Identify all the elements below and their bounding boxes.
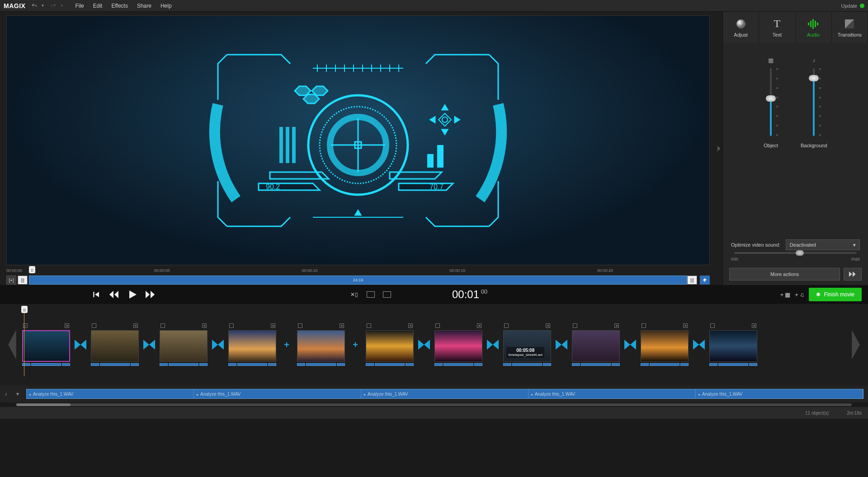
clip-remove-button[interactable]: ✕ — [202, 323, 207, 328]
clip-select-checkbox[interactable] — [504, 323, 509, 328]
clip[interactable]: ✕ — [641, 323, 689, 367]
clip-thumbnail[interactable] — [297, 330, 345, 362]
clip-remove-button[interactable]: ✕ — [65, 323, 69, 328]
undo-icon[interactable] — [30, 1, 39, 10]
clip[interactable]: ✕ — [366, 323, 414, 367]
clip-select-checkbox[interactable] — [573, 323, 577, 328]
clip-select-checkbox[interactable] — [298, 323, 302, 328]
optimize-select[interactable]: Deactivated ▾ — [786, 239, 860, 250]
cut-mode-button[interactable]: ✕▯ — [350, 291, 359, 298]
tab-audio[interactable]: Audio — [796, 12, 832, 43]
storyboard-playhead[interactable]: ||| — [21, 306, 28, 313]
transition-button[interactable]: + — [349, 329, 361, 360]
undo-dropdown-icon[interactable]: ▼ — [38, 1, 47, 10]
add-audio-button[interactable]: +♫ — [795, 291, 804, 298]
slider-knob[interactable] — [766, 95, 776, 102]
view-mode-b-button[interactable] — [383, 291, 391, 298]
timecode-display[interactable]: 00:01 00 — [452, 288, 487, 301]
tab-transitions[interactable]: Transitions — [832, 12, 868, 43]
clip-select-checkbox[interactable] — [642, 323, 646, 328]
clip-thumbnail[interactable] — [572, 330, 620, 362]
play-button[interactable] — [127, 289, 137, 300]
scroll-thumb[interactable] — [16, 403, 71, 406]
clip-thumbnail[interactable] — [434, 330, 482, 362]
clip-trim-bar[interactable] — [228, 363, 276, 367]
transition-button[interactable]: + — [281, 329, 292, 360]
clip[interactable]: ✕ — [572, 323, 620, 367]
audio-segment[interactable]: Analyze this_1.WAV — [361, 389, 528, 398]
clip-select-checkbox[interactable] — [367, 323, 371, 328]
clip-thumbnail[interactable] — [709, 330, 757, 362]
transition-button[interactable] — [418, 329, 430, 360]
time-ruler[interactable]: 00:00:00 00:00:05 00:00:10 00:00:15 00:0… — [6, 267, 710, 274]
view-mode-a-button[interactable] — [367, 291, 375, 298]
clip-trim-bar[interactable] — [503, 363, 551, 367]
clip-trim-bar[interactable] — [709, 363, 757, 367]
menu-help[interactable]: Help — [156, 3, 176, 9]
range-end-handle[interactable]: ||| — [687, 276, 697, 285]
clip[interactable]: ✕ — [160, 323, 208, 367]
clip-trim-bar[interactable] — [297, 363, 345, 367]
transition-button[interactable] — [624, 329, 636, 360]
clip-select-checkbox[interactable] — [435, 323, 440, 328]
clip-select-checkbox[interactable] — [92, 323, 96, 328]
audio-segment[interactable]: Analyze this_1.WAV — [194, 389, 361, 398]
clip-remove-button[interactable]: ✕ — [340, 323, 344, 328]
transition-button[interactable] — [693, 329, 705, 360]
redo-dropdown-icon[interactable]: ▼ — [57, 1, 66, 10]
clip[interactable]: ✕ — [709, 323, 757, 367]
chevron-down-icon[interactable]: ▾ — [16, 391, 23, 397]
tab-adjust[interactable]: Adjust — [723, 12, 759, 43]
clip[interactable]: ✕ — [228, 323, 276, 367]
clip[interactable]: ✕ — [91, 323, 139, 367]
clip-thumbnail[interactable] — [22, 330, 70, 362]
add-video-button[interactable]: +▦ — [780, 291, 791, 298]
transition-button[interactable] — [75, 329, 86, 360]
clip-trim-bar[interactable] — [572, 363, 620, 367]
forward-button[interactable] — [146, 290, 156, 299]
clip[interactable]: ✕ — [297, 323, 345, 367]
clip-remove-button[interactable]: ✕ — [133, 323, 138, 328]
clip-trim-bar[interactable] — [160, 363, 208, 367]
clip-thumbnail[interactable] — [91, 330, 139, 362]
rewind-button[interactable] — [108, 290, 118, 299]
optimize-knob[interactable] — [796, 250, 804, 256]
slider-track[interactable] — [813, 68, 815, 136]
clip-select-checkbox[interactable] — [710, 323, 715, 328]
clip[interactable]: ✕ — [434, 323, 482, 367]
storyboard-prev-button[interactable] — [5, 318, 20, 372]
skip-end-button[interactable] — [844, 268, 862, 281]
clip[interactable]: ✓✕ — [22, 323, 70, 367]
clip-thumbnail[interactable]: 00:05:08timelapse_street4.avi — [503, 330, 551, 362]
finish-movie-button[interactable]: ✱ Finish movie — [809, 288, 862, 301]
storyboard-next-button[interactable] — [848, 318, 863, 372]
redo-icon[interactable] — [49, 1, 58, 10]
clip-thumbnail[interactable] — [366, 330, 414, 362]
audio-segment[interactable]: Analyze this_1.WAV — [696, 389, 863, 398]
collapse-side-panel-button[interactable] — [716, 12, 722, 285]
menu-effects[interactable]: Effects — [107, 3, 132, 9]
timeline-scrollbar[interactable] — [0, 402, 868, 407]
clip-remove-button[interactable]: ✕ — [546, 323, 550, 328]
slider-knob[interactable] — [809, 75, 819, 81]
transition-button[interactable] — [556, 329, 567, 360]
clip-remove-button[interactable]: ✕ — [271, 323, 275, 328]
transition-button[interactable] — [487, 329, 499, 360]
menu-share[interactable]: Share — [132, 3, 156, 9]
audio-segment[interactable]: Analyze this_1.WAV — [27, 389, 194, 398]
clip-thumbnail[interactable] — [641, 330, 689, 362]
clip-remove-button[interactable]: ✕ — [408, 323, 413, 328]
slider-track[interactable] — [770, 68, 772, 136]
menu-edit[interactable]: Edit — [89, 3, 107, 9]
clip-remove-button[interactable]: ✕ — [614, 323, 619, 328]
clip-select-checkbox[interactable] — [229, 323, 234, 328]
auto-fill-button[interactable] — [700, 276, 710, 285]
range-start-handle[interactable]: ||| — [18, 276, 28, 285]
tab-text[interactable]: T Text — [759, 12, 795, 43]
playhead-icon[interactable]: ||| — [29, 266, 35, 273]
go-start-button[interactable] — [92, 290, 100, 299]
clip[interactable]: ✕00:05:08timelapse_street4.avi — [503, 323, 551, 367]
clip-trim-bar[interactable] — [366, 363, 414, 367]
video-preview[interactable]: 90.2 70.7 — [6, 15, 710, 265]
clip-trim-bar[interactable] — [22, 363, 70, 367]
